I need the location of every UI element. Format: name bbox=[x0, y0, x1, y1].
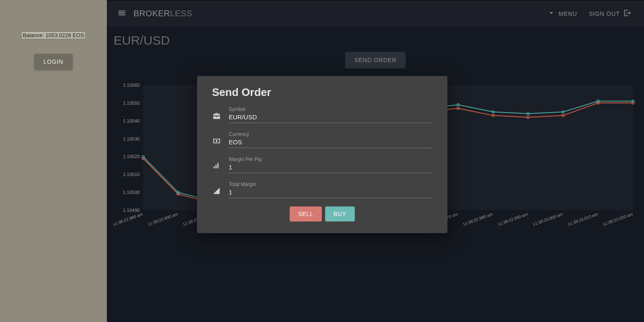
mpp-input[interactable] bbox=[229, 164, 432, 171]
banknote-icon bbox=[212, 136, 221, 146]
total-margin-label: Total Margin bbox=[229, 181, 432, 187]
svg-text:11:38:22.980 am: 11:38:22.980 am bbox=[462, 212, 493, 227]
currency-input[interactable] bbox=[229, 138, 432, 146]
signal-icon bbox=[212, 186, 221, 196]
topbar: BROKERLESS MENU SIGN OUT bbox=[107, 0, 644, 27]
svg-text:1.10560: 1.10560 bbox=[123, 83, 140, 88]
sell-button[interactable]: SELL bbox=[290, 206, 322, 221]
menu-label: MENU bbox=[559, 10, 577, 17]
svg-text:11:38:23.010 am: 11:38:23.010 am bbox=[567, 212, 599, 227]
svg-text:1.10550: 1.10550 bbox=[123, 101, 140, 106]
svg-point-35 bbox=[527, 116, 529, 118]
svg-text:1.10520: 1.10520 bbox=[123, 154, 140, 159]
svg-point-51 bbox=[562, 111, 564, 113]
svg-text:1.10510: 1.10510 bbox=[123, 172, 140, 177]
svg-point-48 bbox=[457, 103, 460, 106]
modal-title: Send Order bbox=[212, 86, 432, 99]
sign-out-label: SIGN OUT bbox=[589, 10, 620, 17]
svg-point-49 bbox=[492, 111, 494, 113]
brand-logo: BROKERLESS bbox=[134, 9, 192, 18]
balance-text: Balance: 1053.0228 EOS bbox=[21, 31, 86, 39]
svg-text:11:38:22.880 am: 11:38:22.880 am bbox=[114, 212, 144, 227]
svg-text:1.10530: 1.10530 bbox=[123, 136, 140, 141]
briefcase-icon bbox=[212, 111, 221, 121]
field-currency: Currency bbox=[212, 131, 432, 148]
svg-text:11:38:23.000 am: 11:38:23.000 am bbox=[532, 212, 563, 227]
svg-point-37 bbox=[597, 102, 599, 104]
svg-text:1.10500: 1.10500 bbox=[123, 190, 140, 195]
send-order-modal: Send Order Symbol Currency Margin Per Pi… bbox=[197, 76, 447, 233]
svg-point-33 bbox=[457, 107, 460, 110]
svg-point-36 bbox=[562, 114, 564, 117]
svg-point-53 bbox=[632, 100, 634, 103]
total-margin-input[interactable] bbox=[229, 189, 432, 196]
menu-dropdown-button[interactable]: MENU bbox=[541, 5, 583, 22]
svg-text:1.10490: 1.10490 bbox=[123, 208, 140, 213]
send-order-button[interactable]: SEND ORDER bbox=[345, 52, 406, 68]
mpp-label: Margin Per Pip bbox=[229, 156, 432, 162]
field-margin-per-pip: Margin Per Pip bbox=[212, 156, 432, 173]
field-symbol: Symbol bbox=[212, 106, 432, 123]
pair-title: EUR/USD bbox=[114, 33, 637, 48]
svg-point-38 bbox=[632, 102, 634, 104]
svg-point-50 bbox=[527, 113, 529, 115]
sign-out-icon bbox=[623, 9, 631, 18]
svg-point-39 bbox=[142, 155, 144, 158]
buy-button[interactable]: BUY bbox=[325, 206, 355, 221]
svg-point-40 bbox=[177, 191, 179, 194]
brand-strong: BROKER bbox=[134, 9, 170, 18]
chevron-down-icon bbox=[547, 9, 556, 18]
svg-text:11:38:22.890 am: 11:38:22.890 am bbox=[147, 212, 178, 227]
svg-point-34 bbox=[492, 114, 494, 117]
login-button[interactable]: LOGIN bbox=[34, 54, 73, 70]
svg-text:11:38:23.020 am: 11:38:23.020 am bbox=[602, 212, 633, 227]
svg-text:1.10540: 1.10540 bbox=[123, 118, 140, 123]
svg-point-52 bbox=[597, 100, 599, 103]
menu-icon bbox=[117, 8, 126, 19]
symbol-label: Symbol bbox=[229, 106, 432, 112]
svg-point-25 bbox=[177, 193, 179, 195]
svg-point-24 bbox=[142, 157, 144, 160]
svg-text:11:38:22.990 am: 11:38:22.990 am bbox=[497, 212, 528, 227]
symbol-input[interactable] bbox=[229, 113, 432, 121]
field-total-margin: Total Margin bbox=[212, 181, 432, 198]
brand-light: LESS bbox=[170, 9, 192, 18]
sidebar: Balance: 1053.0228 EOS LOGIN bbox=[0, 0, 107, 322]
currency-label: Currency bbox=[229, 131, 432, 137]
bar-chart-icon bbox=[212, 161, 221, 171]
hamburger-menu-button[interactable] bbox=[114, 5, 130, 22]
sign-out-button[interactable]: SIGN OUT bbox=[583, 5, 637, 22]
